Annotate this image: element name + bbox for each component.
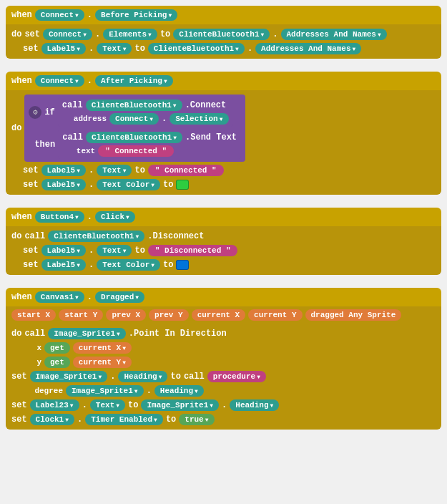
degree-row: degree Image_Sprite1 . Heading (34, 385, 436, 397)
label5-target-2a[interactable]: Label5 (41, 165, 86, 176)
set-label5-color-blue: set Label5 . Text Color to (23, 259, 436, 271)
set-label23-row: set Label23 . Text to Image_Sprite1 . He… (11, 399, 436, 411)
set-label5-color-green: set Label5 . Text Color to (23, 179, 436, 190)
gear-icon[interactable]: ⚙ (29, 106, 41, 119)
text-prop-1[interactable]: Text (97, 43, 132, 54)
start-x-param: start X (11, 309, 56, 321)
label5-target-1[interactable]: Label5 (41, 43, 86, 54)
block-connect-before-picking: when Connect . Before Picking do set Con… (6, 6, 441, 59)
dragged-sprite-param: dragged Any Sprite (305, 309, 402, 321)
before-picking-pill[interactable]: Before Picking (95, 9, 177, 21)
when-label-2: when (11, 76, 32, 86)
call-point-direction-row: do call Image_Sprite1 .Point In Directio… (11, 328, 436, 339)
call-sendtext-inner: call ClienteBluetooth1 .Send Text text "… (58, 130, 241, 159)
connect-pill-1[interactable]: Connect (35, 9, 84, 21)
connect-selection-1[interactable]: Connect (109, 113, 159, 125)
procedure-pill[interactable]: procedure (207, 371, 266, 382)
textcolor-prop-2a[interactable]: Text Color (97, 179, 160, 190)
set-label5-text-connected: set Label5 . Text to " Connected " (23, 165, 436, 176)
selection-pill[interactable]: Selection (170, 113, 228, 125)
if-block: ⚙ if call ClienteBluetooth1 .Connect add… (24, 94, 245, 162)
set-label-2: set (23, 44, 39, 54)
then-row: then call ClienteBluetooth1 .Send Text t… (34, 130, 241, 159)
label5-target-2b[interactable]: Label5 (41, 179, 86, 190)
elements-prop-1[interactable]: Elements (103, 29, 157, 40)
start-y-param: start Y (59, 309, 103, 321)
cliente-bt-3[interactable]: ClienteBluetooth1 (48, 231, 144, 242)
blue-color-swatch[interactable] (176, 260, 189, 270)
text-param-row: text " Connected " (74, 145, 237, 157)
timer-enabled-prop[interactable]: Timer Enabled (85, 414, 163, 425)
when-header-4: when Canvas1 . Dragged (6, 288, 441, 306)
label5-target-3a[interactable]: Label5 (41, 245, 86, 256)
do-body-2: do ⚙ if call ClienteBluetooth1 .Connect (6, 90, 441, 195)
do-body-1: do set Connect . Elements to ClienteBlue… (6, 24, 441, 59)
block-canvas1-dragged: when Canvas1 . Dragged start X start Y p… (6, 288, 441, 430)
prev-y-param: prev Y (149, 309, 189, 321)
block-connect-after-picking: when Connect . After Picking do ⚙ if cal… (6, 72, 441, 195)
button4-pill[interactable]: Button4 (35, 211, 84, 223)
connected-string-2[interactable]: " Connected " (148, 165, 224, 176)
dot-1: . (87, 10, 92, 20)
disconnected-string[interactable]: " Disconnected " (148, 245, 238, 256)
get-label-x: get (44, 342, 70, 354)
set-clock1-row: set Clock1 . Timer Enabled to true (11, 414, 436, 425)
click-pill[interactable]: Click (95, 211, 135, 223)
cliente-bt-2a[interactable]: ClienteBluetooth1 (86, 100, 182, 111)
call-connect-inner: call ClienteBluetooth1 .Connect address … (58, 97, 233, 127)
addresses-names-1b[interactable]: Addresses And Names (255, 43, 361, 54)
canvas-params-row: start X start Y prev X prev Y current X … (6, 306, 441, 324)
call-sendtext-row: call ClienteBluetooth1 .Send Text (62, 132, 237, 143)
set-row-2: set Label5 . Text to ClienteBluetooth1 .… (23, 43, 436, 54)
when-header-3: when Button4 . Click (6, 208, 441, 226)
set-label-1: set (24, 29, 40, 39)
label5-target-3b[interactable]: Label5 (41, 259, 86, 271)
true-pill[interactable]: true (179, 414, 214, 425)
text-prop-4[interactable]: Text (90, 399, 125, 411)
connect-pill-2[interactable]: Connect (35, 75, 84, 87)
text-prop-3a[interactable]: Text (97, 245, 132, 256)
set-row-1: do set Connect . Elements to ClienteBlue… (11, 29, 436, 40)
canvas-body: do call Image_Sprite1 .Point In Directio… (6, 324, 441, 430)
dragged-pill[interactable]: Dragged (95, 291, 144, 303)
block-button4-click: when Button4 . Click do call ClienteBlue… (6, 208, 441, 275)
image-sprite-1c[interactable]: Image_Sprite1 (66, 385, 144, 397)
heading-prop-3[interactable]: Heading (230, 399, 279, 411)
when-header-1: when Connect . Before Picking (6, 6, 441, 24)
do-if-row: do ⚙ if call ClienteBluetooth1 .Connect (11, 94, 436, 162)
do-body-3: do call ClienteBluetooth1 .Disconnect se… (6, 226, 441, 275)
set-label5-text-disconnected: set Label5 . Text to " Disconnected " (23, 245, 436, 256)
image-sprite-1b[interactable]: Image_Sprite1 (30, 371, 108, 382)
connect-target-1[interactable]: Connect (43, 29, 92, 40)
when-label-1: when (11, 10, 32, 20)
green-color-swatch[interactable] (176, 180, 189, 190)
addresses-names-1a[interactable]: Addresses And Names (281, 29, 387, 40)
x-param-row: x get current X (34, 342, 436, 354)
heading-prop-1[interactable]: Heading (118, 371, 167, 382)
call-disconnect-row: do call ClienteBluetooth1 .Disconnect (11, 231, 436, 242)
canvas1-pill[interactable]: Canvas1 (35, 291, 84, 303)
set-heading-row: set Image_Sprite1 . Heading to call proc… (11, 371, 436, 382)
get-label-y: get (44, 357, 70, 368)
cliente-bt-1a[interactable]: ClienteBluetooth1 (173, 29, 270, 40)
label23-target[interactable]: Label23 (30, 399, 79, 411)
image-sprite-1d[interactable]: Image_Sprite1 (141, 399, 219, 411)
address-row: address Connect . Selection (74, 113, 229, 125)
after-picking-pill[interactable]: After Picking (95, 75, 173, 87)
current-x-param: current X (192, 309, 245, 321)
do-label-1: do (11, 29, 21, 39)
y-param-row: y get current Y (34, 357, 436, 368)
text-prop-2a[interactable]: Text (97, 165, 132, 176)
clock1-target[interactable]: Clock1 (30, 414, 74, 425)
textcolor-prop-3[interactable]: Text Color (97, 259, 160, 271)
current-y-val[interactable]: current Y (73, 357, 132, 368)
current-x-val[interactable]: current X (73, 342, 132, 354)
heading-prop-2[interactable]: Heading (154, 385, 204, 397)
cliente-bt-2b[interactable]: ClienteBluetooth1 (86, 132, 182, 143)
image-sprite-1a[interactable]: Image_Sprite1 (48, 328, 126, 339)
connected-string-1[interactable]: " Connected " (98, 145, 174, 157)
cliente-bt-1b[interactable]: ClienteBluetooth1 (148, 43, 245, 54)
call-connect-row: call ClienteBluetooth1 .Connect (62, 100, 229, 111)
when-header-2: when Connect . After Picking (6, 72, 441, 90)
current-y-param: current Y (248, 309, 302, 321)
